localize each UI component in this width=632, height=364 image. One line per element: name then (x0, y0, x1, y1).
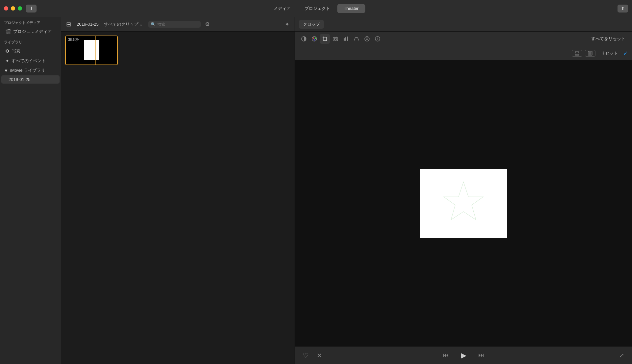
audio-icon (343, 36, 349, 42)
svg-text:i: i (377, 37, 378, 41)
star-icon: ✦ (5, 58, 9, 64)
sidebar-photos-label: 写真 (12, 48, 20, 54)
tab-theater[interactable]: Theater (337, 4, 365, 13)
title-bar: ⬇ メディア プロジェクト Theater ⬆ (0, 0, 632, 17)
preview-second-row: リセット ✓ (295, 46, 632, 61)
close-button[interactable] (4, 6, 8, 11)
reset-all-button[interactable]: すべてをリセット (589, 35, 628, 43)
photos-icon: ⚙ (5, 48, 10, 54)
playback-right-buttons: ⤢ (618, 351, 625, 360)
traffic-lights (4, 6, 22, 11)
media-content: 38.5 秒 (61, 32, 295, 364)
preview-video-area (295, 61, 632, 346)
info-button[interactable]: i (373, 34, 382, 44)
content-area: ⊟ 2019-01-25 すべてのクリップ ⌄ 🔍 ⚙ ✦ (61, 17, 632, 364)
svg-point-12 (367, 39, 367, 39)
sidebar-library-label: iMovie ライブラリ (10, 67, 45, 73)
fullscreen-button[interactable]: ⤢ (618, 351, 625, 360)
preview-icons-group: i (299, 34, 382, 44)
magic-wand-button[interactable]: ✦ (283, 20, 291, 29)
clip-frame (84, 40, 99, 60)
svg-rect-17 (589, 52, 592, 55)
clip-playhead (95, 36, 96, 65)
media-toolbar: ⊟ 2019-01-25 すべてのクリップ ⌄ 🔍 ⚙ ✦ (61, 17, 295, 32)
fit-frame-button[interactable] (572, 50, 582, 57)
crop-icon (322, 36, 328, 42)
confirm-button[interactable]: ✓ (623, 50, 628, 57)
search-input[interactable] (157, 22, 198, 27)
stabilization-button[interactable] (362, 34, 372, 44)
preview-frame (420, 169, 507, 238)
favorite-button[interactable]: ♡ (302, 350, 310, 361)
speed-button[interactable] (352, 34, 361, 44)
sidebar-item-date[interactable]: 2019-01-25 (1, 75, 60, 84)
sidebar-item-project-media[interactable]: 🎬 プロジェ…メディア (1, 27, 60, 36)
stabilization-icon (364, 36, 370, 42)
sidebar-imovie-library[interactable]: ▼ iMovie ライブラリ (0, 66, 61, 75)
media-date-label: 2019-01-25 (77, 22, 99, 27)
sidebar-section-library: ライブラリ (0, 37, 61, 46)
maximize-button[interactable] (18, 6, 22, 11)
chevron-icon: ⌄ (139, 22, 143, 27)
tab-media[interactable]: メディア (267, 4, 297, 13)
sidebar-project-media-label: プロジェ…メディア (13, 29, 52, 35)
search-icon: 🔍 (151, 22, 156, 27)
svg-point-4 (314, 39, 315, 40)
svg-rect-15 (575, 51, 579, 55)
fit-frame-icon (575, 51, 579, 56)
svg-point-2 (313, 37, 314, 39)
info-icon: i (375, 36, 381, 42)
main-layout: プロジェクトメディア 🎬 プロジェ…メディア ライブラリ ⚙ 写真 ✦ すべての… (0, 17, 632, 364)
clip-filter-dropdown[interactable]: すべてのクリップ ⌄ (104, 21, 143, 27)
sidebar-item-all-events[interactable]: ✦ すべてのイベント (1, 56, 60, 65)
audio-button[interactable] (341, 34, 351, 44)
color-correction-button[interactable] (309, 34, 319, 44)
sidebar-item-photos[interactable]: ⚙ 写真 (1, 46, 60, 56)
play-button[interactable]: ▶ (460, 350, 468, 361)
sidebar-all-events-label: すべてのイベント (12, 58, 46, 64)
playback-controls: ♡ ✕ ⏮ ▶ ⏭ ⤢ (295, 346, 632, 364)
svg-rect-7 (344, 38, 345, 41)
share-button[interactable]: ⬆ (618, 5, 628, 13)
film-icon: 🎬 (5, 29, 11, 34)
preview-star-svg (434, 177, 493, 230)
fill-frame-button[interactable] (585, 50, 595, 57)
sidebar-date-label: 2019-01-25 (9, 77, 31, 82)
clip-duration: 38.5 秒 (67, 37, 80, 42)
filter-settings-button[interactable]: ⚙ (203, 20, 211, 28)
playback-left-buttons: ♡ ✕ (302, 350, 324, 361)
crop-tool-button[interactable] (320, 34, 330, 44)
camera-icon (332, 36, 338, 42)
triangle-icon: ▼ (4, 68, 8, 73)
skip-back-button[interactable]: ⏮ (442, 351, 450, 360)
download-button[interactable]: ⬇ (26, 5, 37, 13)
reset-button[interactable]: リセット (598, 49, 620, 57)
svg-point-3 (315, 37, 316, 39)
svg-point-6 (334, 38, 336, 40)
camera-overlay-button[interactable] (330, 34, 340, 44)
sidebar-section-project: プロジェクトメディア (0, 17, 61, 27)
reject-button[interactable]: ✕ (315, 350, 324, 361)
preview-icons-toolbar: i すべてをリセット (295, 32, 632, 46)
minimize-button[interactable] (11, 6, 15, 11)
sidebar: プロジェクトメディア 🎬 プロジェ…メディア ライブラリ ⚙ 写真 ✦ すべての… (0, 17, 61, 364)
speed-icon (354, 36, 359, 42)
crop-button[interactable]: クロップ (299, 20, 324, 29)
share-icon: ⬆ (621, 6, 625, 11)
svg-rect-9 (347, 37, 348, 41)
tab-project[interactable]: プロジェクト (298, 4, 337, 13)
color-balance-button[interactable] (299, 34, 309, 44)
clip-filter-label: すべてのクリップ (104, 21, 138, 27)
sidebar-toggle-button[interactable]: ⊟ (65, 20, 73, 29)
preview-crop-toolbar: クロップ (295, 17, 632, 32)
color-balance-icon (301, 36, 307, 42)
tab-group: メディア プロジェクト Theater (267, 4, 365, 13)
fill-frame-icon (588, 51, 592, 56)
svg-marker-18 (444, 182, 483, 220)
title-bar-right: ⬆ (618, 5, 628, 13)
video-clip[interactable]: 38.5 秒 (65, 36, 118, 65)
download-icon: ⬇ (30, 6, 33, 11)
skip-forward-button[interactable]: ⏭ (477, 351, 486, 360)
color-wheel-icon (311, 36, 317, 42)
search-area: 🔍 (148, 21, 201, 28)
